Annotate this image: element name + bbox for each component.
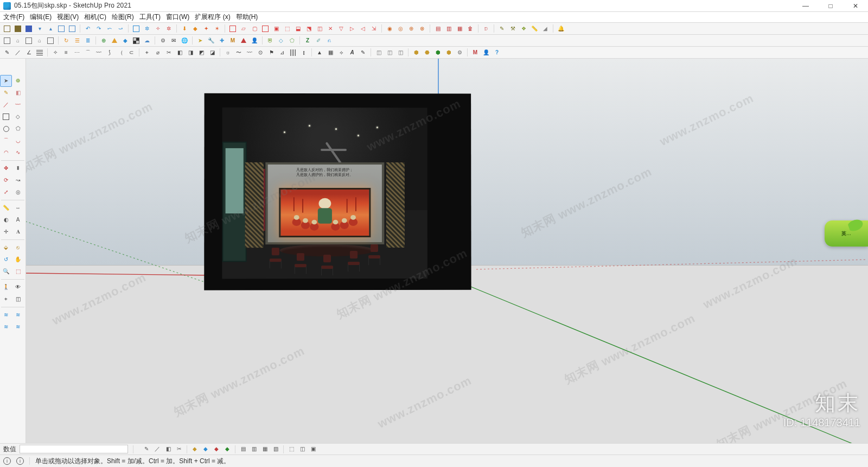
tape-tool-icon[interactable]: 📏 (0, 202, 12, 214)
rotate-tool-icon[interactable]: ⟳ (0, 174, 12, 186)
tb3-angle-icon[interactable]: ∠ (24, 48, 34, 58)
bb-rc-icon[interactable]: ▦ (260, 444, 270, 454)
tb3-person-icon[interactable]: 👤 (481, 48, 491, 58)
tb3-r2-icon[interactable]: 〜 (234, 48, 244, 58)
tb-red-j-icon[interactable]: ✕ (326, 24, 335, 34)
offset-tool-icon[interactable]: ◎ (12, 186, 24, 198)
tb-red-d-icon[interactable] (260, 24, 270, 34)
zoom-window-tool-icon[interactable]: ⬚ (12, 266, 24, 277)
tb2-person-icon[interactable]: 👤 (250, 36, 259, 46)
tb2-plus2-icon[interactable]: ✚ (217, 36, 227, 46)
tb3-green-icon[interactable]: ⬢ (433, 48, 443, 58)
orbit-tool-icon[interactable]: ↺ (0, 254, 12, 266)
tb-red-e-icon[interactable]: ▣ (271, 24, 281, 34)
tb-gear-icon[interactable]: ✲ (142, 24, 152, 34)
tb-ruler-icon[interactable]: 📏 (529, 24, 539, 34)
tb-red-b-icon[interactable]: ▱ (239, 24, 248, 34)
bb-c3-icon[interactable]: ◆ (212, 444, 221, 454)
tb3-chart-icon[interactable] (35, 48, 44, 58)
tb-gear2-icon[interactable]: ✲ (164, 24, 174, 34)
tb2-shield-icon[interactable]: ⛨ (265, 36, 275, 46)
tb2-drop-icon[interactable]: ⎌ (324, 36, 334, 46)
tb2-layers-icon[interactable]: ☰ (72, 36, 82, 46)
select-tool-icon[interactable]: ➤ (0, 75, 12, 87)
side-leaf-badge[interactable]: 英… (825, 220, 868, 247)
sandbox-c-tool-icon[interactable]: ≋ (0, 321, 12, 333)
sandbox-d-tool-icon[interactable]: ≋ (12, 321, 24, 333)
tb-hammer-icon[interactable]: ⚒ (508, 24, 518, 34)
bb-f3-icon[interactable]: ▣ (308, 444, 318, 454)
bb-line-icon[interactable]: ／ (152, 444, 162, 454)
tb-red-c-icon[interactable]: ▢ (250, 24, 259, 34)
bb-c2-icon[interactable]: ◆ (201, 444, 210, 454)
paintbucket-tool-icon[interactable]: ⬙ (0, 242, 12, 254)
tb-pin-icon[interactable]: ◢ (540, 24, 550, 34)
tb2-box2-icon[interactable]: ⌂ (13, 36, 23, 46)
window-maximize-button[interactable]: □ (818, 0, 843, 11)
bb-f2-icon[interactable]: ◫ (297, 444, 307, 454)
tb3-cube3-icon[interactable]: ◫ (395, 48, 405, 58)
tb3-r5-icon[interactable]: ⚑ (266, 48, 276, 58)
bb-erase-icon[interactable]: ◧ (163, 444, 173, 454)
menu-help[interactable]: 帮助(H) (236, 12, 258, 22)
tb3-q6-icon[interactable]: ◩ (196, 48, 206, 58)
tb-flame-icon[interactable]: ✦ (201, 24, 211, 34)
tb2-gear-icon[interactable]: ⚙ (158, 36, 168, 46)
rotated-rectangle-tool-icon[interactable]: ◇ (12, 111, 24, 123)
tb2-mail-icon[interactable]: ✉ (169, 36, 178, 46)
tb-align-icon[interactable]: ⟄ (481, 24, 491, 34)
tb3-q3-icon[interactable]: ✂ (164, 48, 174, 58)
tb3-pen-icon[interactable]: ✎ (2, 48, 12, 58)
menu-file[interactable]: 文件(F) (3, 12, 24, 22)
arc-b-tool-icon[interactable]: ◡ (12, 135, 24, 147)
freehand-tool-icon[interactable]: 〰 (12, 99, 24, 111)
pan-tool-icon[interactable]: ✋ (12, 254, 24, 266)
tb2-box5-icon[interactable] (46, 36, 55, 46)
tb2-globe-icon[interactable]: 🌐 (180, 36, 189, 46)
tb-red-m-icon[interactable]: ◁ (358, 24, 368, 34)
tb3-q1-icon[interactable]: ⌖ (142, 48, 152, 58)
menu-view[interactable]: 视图(V) (57, 12, 79, 22)
tb2-refresh-icon[interactable]: ↻ (61, 36, 71, 46)
axes-tool-icon[interactable]: ✛ (0, 226, 12, 238)
tb-red-h-icon[interactable]: ⬔ (304, 24, 314, 34)
tb2-z-icon[interactable]: Z (303, 36, 312, 46)
tb2-tri2-icon[interactable] (239, 36, 248, 46)
text-tool-icon[interactable]: A (12, 214, 24, 226)
value-input[interactable] (20, 445, 128, 453)
status-geo-icon[interactable]: i (16, 457, 24, 465)
tb2-box1-icon[interactable] (2, 36, 12, 46)
tb-redo-icon[interactable]: ↷ (94, 24, 104, 34)
bb-pen-icon[interactable]: ✎ (142, 444, 151, 454)
tb2-stack-icon[interactable]: ≣ (83, 36, 93, 46)
tb3-help-icon[interactable]: ? (492, 48, 502, 58)
tb3-q2-icon[interactable]: ⌀ (153, 48, 163, 58)
tb-cube-icon[interactable]: ◆ (190, 24, 200, 34)
tb-red-k-icon[interactable]: ▽ (336, 24, 346, 34)
viewport[interactable]: 凡是敌人反对的，我们就要拥护； 凡是敌人拥护的，我们就要反对。 (26, 59, 868, 443)
tb2-box3-icon[interactable] (24, 36, 34, 46)
tb-globe-c-icon[interactable]: ⊕ (406, 24, 416, 34)
sample-tool-icon[interactable]: ⎋ (12, 242, 24, 254)
arc-c-tool-icon[interactable]: ◠ (0, 147, 12, 159)
model-room-scene[interactable]: 凡是敌人反对的，我们就要拥护； 凡是敌人拥护的，我们就要反对。 (205, 94, 470, 290)
bb-cut-icon[interactable]: ✂ (174, 444, 184, 454)
tb2-tri-icon[interactable] (110, 36, 119, 46)
tb-red-f-icon[interactable]: ⬚ (282, 24, 292, 34)
tb3-r4-icon[interactable]: ⊙ (256, 48, 265, 58)
tb-globe-d-icon[interactable]: ⊗ (417, 24, 427, 34)
tb3-r3-icon[interactable]: 〰 (245, 48, 254, 58)
sandbox-b-tool-icon[interactable]: ≋ (12, 309, 24, 321)
menu-camera[interactable]: 相机(C) (84, 12, 106, 22)
tb3-cube1-icon[interactable]: ◫ (374, 48, 384, 58)
tb3-m-icon[interactable]: M (470, 48, 480, 58)
sandbox-a-tool-icon[interactable]: ≋ (0, 309, 12, 321)
tb-upload-icon[interactable]: ▴ (46, 24, 55, 34)
tb-star-icon[interactable]: ✶ (212, 24, 222, 34)
tb3-q4-icon[interactable]: ◧ (175, 48, 184, 58)
tb-import-icon[interactable]: ⬇ (180, 24, 189, 34)
bb-c4-icon[interactable]: ◆ (222, 444, 232, 454)
menu-edit[interactable]: 编辑(E) (30, 12, 52, 22)
tb3-cube2-icon[interactable]: ◫ (385, 48, 394, 58)
tb-openmodel-icon[interactable] (13, 24, 23, 34)
